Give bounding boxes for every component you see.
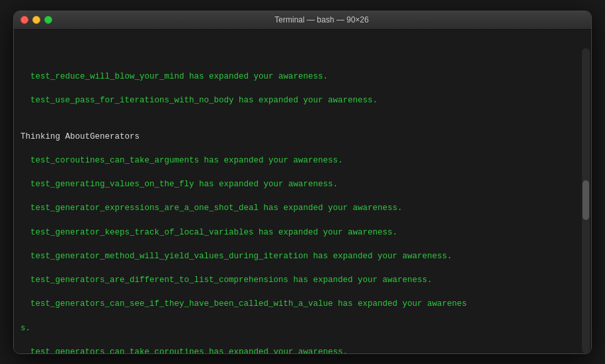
terminal-body[interactable]: test_reduce_will_blow_your_mind has expa…	[14, 30, 591, 353]
close-button[interactable]	[20, 16, 28, 24]
scrollbar-thumb[interactable]	[583, 180, 589, 220]
window-title: Terminal — bash — 90×26	[59, 15, 585, 24]
terminal-content: test_reduce_will_blow_your_mind has expa…	[20, 35, 585, 353]
titlebar: Terminal — bash — 90×26	[14, 11, 591, 30]
terminal-window: Terminal — bash — 90×26 test_reduce_will…	[13, 11, 592, 354]
minimize-button[interactable]	[32, 16, 40, 24]
maximize-button[interactable]	[44, 16, 52, 24]
scrollbar[interactable]	[582, 48, 590, 353]
traffic-lights	[20, 16, 52, 24]
